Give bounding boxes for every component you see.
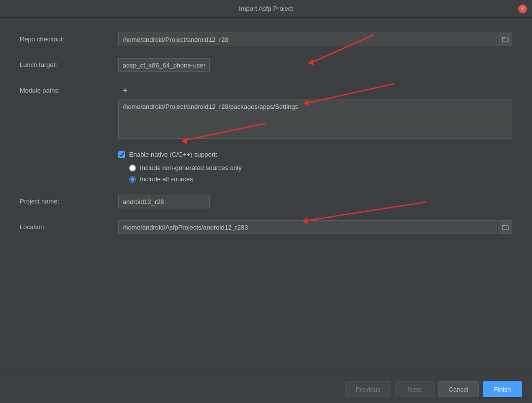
repo-checkout-field (118, 33, 512, 46)
cancel-button[interactable]: Cancel (438, 381, 479, 397)
dialog-footer: Previous Next Cancel Finish (0, 375, 532, 403)
native-support-radio-group: Include non-generated sources only Inclu… (129, 164, 512, 183)
svg-rect-1 (502, 226, 508, 230)
location-input[interactable] (118, 220, 497, 234)
repo-checkout-row: Repo checkout: (20, 33, 512, 46)
lunch-target-label: Lunch target: (20, 58, 118, 68)
import-dialog: Import Asfp Project × Repo checkout: (0, 0, 532, 403)
dialog-title: Import Asfp Project (239, 5, 293, 12)
project-name-input[interactable] (118, 195, 210, 208)
location-field (118, 220, 512, 234)
native-support-checkbox[interactable] (118, 151, 125, 158)
lunch-target-field (118, 58, 512, 72)
native-support-row: Enable native (C/C++) support: Include n… (20, 151, 512, 183)
radio-non-generated-label: Include non-generated sources only (140, 164, 242, 171)
project-name-row: Project name: (20, 195, 512, 208)
repo-checkout-label: Repo checkout: (20, 33, 118, 43)
native-support-field: Enable native (C/C++) support: Include n… (118, 151, 512, 183)
location-row: Location: (20, 220, 512, 234)
folder-icon-2 (502, 224, 509, 231)
radio-all-sources[interactable] (129, 176, 136, 183)
dialog-content: Repo checkout: Lunch target: (0, 18, 532, 375)
module-paths-label: Module paths: (20, 84, 118, 94)
add-module-path-button[interactable]: + (118, 84, 132, 98)
close-button[interactable]: × (518, 4, 527, 13)
module-paths-field: + /home/android/Project/android12_r28/pa… (118, 84, 512, 139)
radio-non-generated-row: Include non-generated sources only (129, 164, 512, 171)
finish-button[interactable]: Finish (483, 381, 522, 397)
radio-all-sources-label: Include all sources (140, 175, 193, 183)
previous-button[interactable]: Previous (345, 381, 391, 397)
title-bar: Import Asfp Project × (0, 0, 532, 18)
radio-all-sources-row: Include all sources (129, 175, 512, 183)
repo-checkout-browse-button[interactable] (499, 33, 512, 46)
location-input-group (118, 220, 512, 234)
location-browse-button[interactable] (499, 220, 512, 234)
module-paths-area[interactable]: /home/android/Project/android12_r28/pack… (118, 100, 512, 139)
project-name-field (118, 195, 512, 208)
project-name-label: Project name: (20, 195, 118, 205)
native-support-label-spacer (20, 151, 118, 154)
radio-non-generated[interactable] (129, 165, 136, 171)
module-paths-row: Module paths: + /home/android/Project/an… (20, 84, 512, 139)
svg-rect-0 (502, 38, 508, 42)
native-support-checkbox-label: Enable native (C/C++) support: (129, 151, 217, 158)
native-support-checkbox-row: Enable native (C/C++) support: (118, 151, 512, 158)
folder-icon (502, 36, 509, 43)
location-label: Location: (20, 220, 118, 231)
lunch-target-row: Lunch target: (20, 58, 512, 72)
next-button[interactable]: Next (395, 381, 434, 397)
module-paths-container: + /home/android/Project/android12_r28/pa… (118, 84, 512, 139)
repo-checkout-input-group (118, 33, 512, 46)
lunch-target-input[interactable] (118, 58, 210, 72)
repo-checkout-input[interactable] (118, 33, 497, 46)
